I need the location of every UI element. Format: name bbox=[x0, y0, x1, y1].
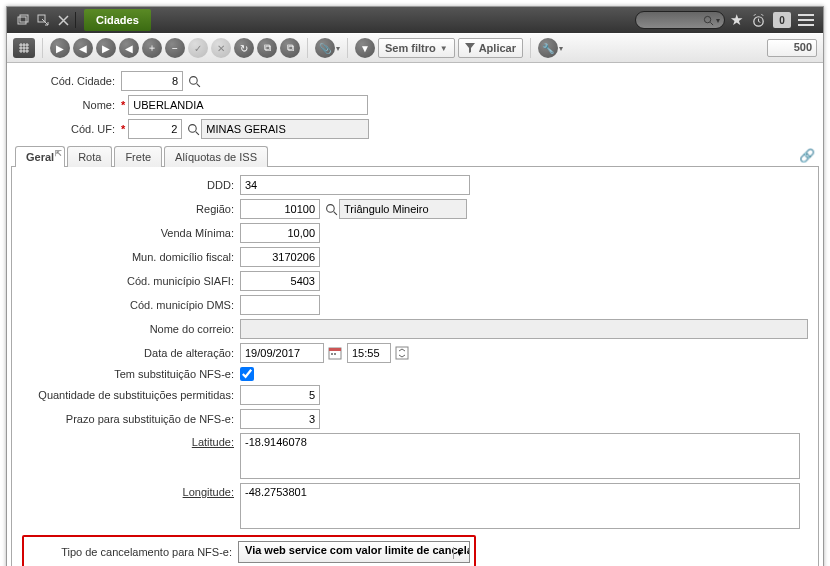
cod-cidade-label: Cód. Cidade: bbox=[17, 75, 121, 87]
calendar-icon[interactable] bbox=[327, 345, 343, 361]
filter-select[interactable]: Sem filtro ▼ bbox=[378, 38, 455, 58]
apply-label: Aplicar bbox=[479, 42, 516, 54]
latitude-label: Latitude: bbox=[22, 433, 240, 448]
record-count: 500 bbox=[767, 39, 817, 57]
search-caret-icon: ▾ bbox=[716, 16, 720, 25]
select-value: Via web service com valor limite de canc… bbox=[245, 544, 470, 556]
grid-button[interactable] bbox=[13, 38, 35, 58]
qtd-substituicoes-input[interactable] bbox=[240, 385, 320, 405]
tools-button[interactable]: 🔧 bbox=[538, 38, 558, 58]
add-button[interactable]: ＋ bbox=[142, 38, 162, 58]
tab-label: Geral bbox=[26, 151, 54, 163]
paste-button[interactable]: ⧉ bbox=[280, 38, 300, 58]
svg-rect-1 bbox=[20, 15, 28, 22]
chevron-down-icon: ▼ bbox=[440, 44, 448, 53]
toolbar: ▶ ◀ ▶ ◀ ＋ − ✓ ✕ ↻ ⧉ ⧉ 📎 ▾ ▼ Sem filtro ▼… bbox=[7, 33, 823, 63]
favorite-icon[interactable]: ★ bbox=[725, 9, 747, 31]
dms-input[interactable] bbox=[240, 295, 320, 315]
required-marker: * bbox=[121, 99, 125, 111]
tab-strip: Geral ⇱ Rota Frete Alíquotas de ISS bbox=[11, 145, 819, 166]
nav-prev-button[interactable]: ◀ bbox=[73, 38, 93, 58]
tools-caret-icon[interactable]: ▾ bbox=[559, 44, 563, 53]
lookup-icon[interactable] bbox=[323, 201, 339, 217]
correio-label: Nome do correio: bbox=[22, 323, 240, 335]
filter-label: Sem filtro bbox=[385, 42, 436, 54]
svg-rect-9 bbox=[329, 348, 341, 351]
siafi-input[interactable] bbox=[240, 271, 320, 291]
titlebar: Cidades ▾ ★ 0 bbox=[7, 7, 823, 33]
nav-last-button[interactable]: ◀ bbox=[119, 38, 139, 58]
tab-panel-geral: DDD: Região: Venda Mínima: Mun. domicíli… bbox=[11, 166, 819, 566]
lookup-icon[interactable] bbox=[185, 121, 201, 137]
copy-button[interactable]: ⧉ bbox=[257, 38, 277, 58]
svg-point-5 bbox=[189, 76, 197, 84]
data-alteracao-input[interactable] bbox=[240, 343, 324, 363]
regiao-label: Região: bbox=[22, 203, 240, 215]
ddd-input[interactable] bbox=[240, 175, 470, 195]
dms-label: Cód. município DMS: bbox=[22, 299, 240, 311]
latitude-input[interactable]: -18.9146078 bbox=[240, 433, 800, 479]
tem-substituicao-checkbox[interactable] bbox=[240, 367, 254, 381]
hora-alteracao-input[interactable] bbox=[347, 343, 391, 363]
tem-substituicao-label: Tem substituição NFS-e: bbox=[22, 368, 240, 380]
time-picker-icon[interactable] bbox=[394, 345, 410, 361]
notification-badge[interactable]: 0 bbox=[773, 12, 791, 28]
tab-geral[interactable]: Geral ⇱ bbox=[15, 146, 65, 167]
qtd-substituicoes-label: Quantidade de substituições permitidas: bbox=[22, 389, 240, 401]
attach-caret-icon[interactable]: ▾ bbox=[336, 44, 340, 53]
search-icon bbox=[703, 15, 714, 26]
siafi-label: Cód. município SIAFI: bbox=[22, 275, 240, 287]
venda-minima-input[interactable] bbox=[240, 223, 320, 243]
mun-domicilio-label: Mun. domicílio fiscal: bbox=[22, 251, 240, 263]
regiao-nome-display bbox=[339, 199, 467, 219]
window-close-icon[interactable] bbox=[53, 10, 73, 30]
ddd-label: DDD: bbox=[22, 179, 240, 191]
highlighted-field: Tipo de cancelamento para NFS-e: Via web… bbox=[22, 535, 476, 566]
funnel-icon bbox=[465, 43, 475, 53]
tab-frete[interactable]: Frete bbox=[114, 146, 162, 167]
regiao-code-input[interactable] bbox=[240, 199, 320, 219]
nav-first-button[interactable]: ▶ bbox=[50, 38, 70, 58]
longitude-input[interactable]: -48.2753801 bbox=[240, 483, 800, 529]
menu-icon[interactable] bbox=[795, 9, 817, 31]
titlebar-search[interactable]: ▾ bbox=[635, 11, 725, 29]
nav-next-button[interactable]: ▶ bbox=[96, 38, 116, 58]
svg-rect-0 bbox=[18, 17, 26, 24]
prazo-substituicao-input[interactable] bbox=[240, 409, 320, 429]
header-form: Cód. Cidade: Nome: * Cód. UF: * bbox=[7, 63, 823, 139]
svg-point-3 bbox=[704, 16, 710, 22]
filter-funnel-button[interactable]: ▼ bbox=[355, 38, 375, 58]
cod-cidade-input[interactable] bbox=[121, 71, 183, 91]
mun-domicilio-input[interactable] bbox=[240, 247, 320, 267]
alarm-icon[interactable] bbox=[747, 9, 769, 31]
tabs-link-icon[interactable]: 🔗 bbox=[799, 148, 815, 163]
nome-input[interactable] bbox=[128, 95, 368, 115]
prazo-substituicao-label: Prazo para substituição de NFS-e: bbox=[22, 413, 240, 425]
tab-aliquotas-iss[interactable]: Alíquotas de ISS bbox=[164, 146, 268, 167]
longitude-label: Longitude: bbox=[22, 483, 240, 498]
refresh-button[interactable]: ↻ bbox=[234, 38, 254, 58]
tabs-container: Geral ⇱ Rota Frete Alíquotas de ISS 🔗 DD… bbox=[11, 145, 819, 566]
tipo-cancelamento-label: Tipo de cancelamento para NFS-e: bbox=[28, 546, 238, 558]
chevron-down-icon: ▼ bbox=[453, 547, 465, 559]
correio-display bbox=[240, 319, 808, 339]
tab-rota[interactable]: Rota bbox=[67, 146, 112, 167]
cod-uf-label: Cód. UF: bbox=[17, 123, 121, 135]
data-alteracao-label: Data de alteração: bbox=[22, 347, 240, 359]
window-title: Cidades bbox=[84, 9, 151, 31]
window-detach-icon[interactable] bbox=[33, 10, 53, 30]
apply-filter-button[interactable]: Aplicar bbox=[458, 38, 523, 58]
cancel-button[interactable]: ✕ bbox=[211, 38, 231, 58]
nome-label: Nome: bbox=[17, 99, 121, 111]
attach-button[interactable]: 📎 bbox=[315, 38, 335, 58]
tab-link-icon: ⇱ bbox=[55, 149, 62, 158]
cod-uf-input[interactable] bbox=[128, 119, 182, 139]
titlebar-divider bbox=[75, 12, 76, 28]
svg-rect-10 bbox=[331, 353, 333, 355]
app-window: Cidades ▾ ★ 0 ▶ ◀ ▶ ◀ ＋ − ✓ ✕ ↻ ⧉ ⧉ 📎 ▾ bbox=[6, 6, 824, 566]
remove-button[interactable]: − bbox=[165, 38, 185, 58]
lookup-icon[interactable] bbox=[186, 73, 202, 89]
tipo-cancelamento-select[interactable]: Via web service com valor limite de canc… bbox=[238, 541, 470, 563]
confirm-button[interactable]: ✓ bbox=[188, 38, 208, 58]
window-restore-icon[interactable] bbox=[13, 10, 33, 30]
